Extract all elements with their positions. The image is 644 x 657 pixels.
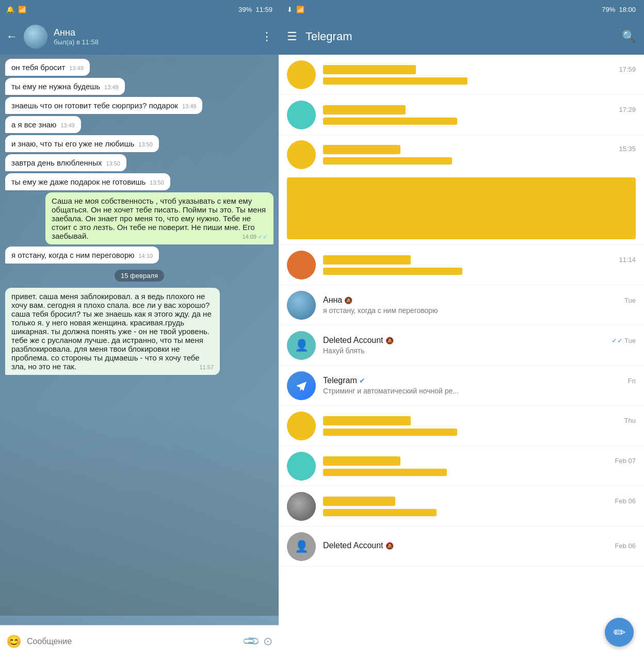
anna-avatar (287, 291, 316, 320)
message-10: привет. саша меня заблокировал. а я ведь… (5, 288, 220, 375)
read-receipts: ✓✓ (611, 337, 623, 344)
telegram-name: Telegram ✔ (323, 376, 365, 385)
anna-top: Анна 🔕 Tue (323, 295, 636, 305)
message-4: а я все знаю13:49 (5, 116, 81, 133)
list-item[interactable]: 17:29 (279, 95, 644, 135)
left-panel: 🔔 📶 39% 11:59 ← Анна был(а) в 11:58 ⋮ он… (0, 0, 279, 657)
blurred-avatar (287, 101, 316, 129)
chat-item-telegram[interactable]: Telegram ✔ Fri Стриминг и автоматический… (279, 366, 644, 406)
search-button[interactable]: 🔍 (622, 30, 636, 43)
anna-preview: я отстану, когда с ним переговорю (323, 306, 636, 315)
mute-icon: 🔕 (385, 337, 394, 344)
message-9: я отстану, когда с ним переговорю14:10 (5, 247, 159, 264)
app-title: Telegram (305, 30, 614, 43)
deleted-top: Deleted Account 🔕 ✓✓ Tue (323, 336, 636, 345)
msg-time-7: 13:50 (150, 179, 164, 186)
deleted-time: ✓✓ Tue (611, 337, 636, 344)
deleted-bottom-content: Deleted Account 🔕 Feb 06 (323, 541, 636, 552)
msg-time-9: 14:10 (138, 253, 153, 259)
deleted-bottom-avatar: 👤 (287, 532, 316, 561)
deleted-bottom-name: Deleted Account 🔕 (323, 541, 394, 550)
header-menu-button[interactable]: ⋮ (261, 30, 272, 43)
chat-item-deleted-bottom[interactable]: 👤 Deleted Account 🔕 Feb 06 (279, 527, 644, 567)
chat-messages: он тебя бросит13:49 ты ему не нужна буде… (0, 55, 279, 625)
back-button[interactable]: ← (6, 30, 18, 43)
msg-time-5: 13:50 (138, 141, 153, 147)
right-panel: ⬇ 📶 79% 18:00 ☰ Telegram 🔍 17:59 (279, 0, 644, 657)
compose-icon: ✏ (614, 624, 625, 641)
telegram-time: Fri (628, 377, 636, 385)
list-item[interactable]: Feb 06 (279, 486, 644, 527)
chat-time: Feb 06 (615, 497, 636, 505)
msg-time-10: 11:57 (199, 364, 214, 370)
anna-content: Анна 🔕 Tue я отстану, когда с ним перего… (323, 295, 636, 315)
chat-time: 11:14 (619, 256, 636, 264)
right-battery-time: 79% 18:00 (602, 6, 636, 13)
msg-time-8: 14:09 ✓✓ (242, 234, 267, 240)
message-8: Саша не моя собственность , чтоб указыва… (45, 192, 273, 244)
deleted-bottom-time: Feb 06 (615, 542, 636, 550)
deleted-name: Deleted Account 🔕 (323, 336, 394, 345)
message-5: и знаю, что ты его уже не любишь13:50 (5, 135, 159, 152)
list-item[interactable]: Thu (279, 406, 644, 446)
telegram-top: Telegram ✔ Fri (323, 376, 636, 385)
left-battery-time: 39% 11:59 (238, 6, 272, 13)
deleted-bottom-top: Deleted Account 🔕 Feb 06 (323, 541, 636, 550)
list-item[interactable]: Feb 07 (279, 446, 644, 486)
chat-input-bar: 😊 📎 ⊙ (0, 625, 279, 657)
emoji-button[interactable]: 😊 (6, 634, 22, 649)
list-item[interactable]: 17:59 (279, 55, 644, 95)
message-input[interactable] (27, 631, 239, 652)
chat-name: Анна (54, 27, 255, 38)
camera-button[interactable]: ⊙ (263, 635, 272, 648)
chat-avatar (24, 25, 47, 48)
telegram-content: Telegram ✔ Fri Стриминг и автоматический… (323, 376, 636, 395)
message-2: ты ему не нужна будешь13:49 (5, 78, 125, 95)
message-3: знаешь что он готовит тебе сюрприз? пода… (5, 97, 202, 114)
right-status-icons: ⬇ 📶 (287, 6, 304, 13)
deleted-avatar: 👤 (287, 331, 316, 360)
mute-icon: 🔕 (344, 297, 352, 304)
header-info: Анна был(а) в 11:58 (54, 27, 255, 46)
chat-time: 15:35 (619, 145, 636, 154)
chat-time: 17:59 (619, 65, 636, 73)
msg-time-6: 13:50 (106, 160, 120, 167)
blurred-avatar (287, 412, 316, 440)
hamburger-menu-button[interactable]: ☰ (287, 30, 297, 43)
compose-button[interactable]: ✏ (605, 618, 634, 647)
telegram-preview: Стриминг и автоматический ночной ре... (323, 387, 636, 395)
left-header: ← Анна был(а) в 11:58 ⋮ (0, 19, 279, 55)
list-item[interactable]: 15:35 (279, 135, 644, 245)
blurred-avatar (287, 251, 316, 280)
blurred-avatar (287, 60, 316, 89)
message-1: он тебя бросит13:49 (5, 59, 90, 76)
msg-time-1: 13:49 (69, 65, 84, 71)
msg-time-4: 13:49 (60, 122, 75, 128)
chat-status: был(а) в 11:58 (54, 38, 255, 46)
attach-button[interactable]: 📎 (242, 632, 261, 651)
anna-name: Анна 🔕 (323, 295, 352, 305)
telegram-avatar (287, 371, 316, 400)
message-7: ты ему же даже подарок не готовишь13:50 (5, 173, 170, 190)
deleted-preview: Нахуй блять (323, 347, 636, 355)
msg-time-2: 13:49 (104, 84, 119, 90)
chat-list: 17:59 17:29 (279, 55, 644, 657)
right-status-bar: ⬇ 📶 79% 18:00 (279, 0, 644, 19)
message-6: завтра день влюбленных13:50 (5, 154, 126, 171)
chat-item-deleted[interactable]: 👤 Deleted Account 🔕 ✓✓ Tue Нахуй блять (279, 325, 644, 366)
msg-time-3: 13:49 (182, 103, 197, 109)
chat-list-wrapper: 17:59 17:29 (279, 55, 644, 657)
left-status-icons: 🔔 📶 (6, 6, 26, 13)
chat-time: 17:29 (619, 106, 636, 113)
right-header: ☰ Telegram 🔍 (279, 19, 644, 55)
deleted-content: Deleted Account 🔕 ✓✓ Tue Нахуй блять (323, 336, 636, 355)
list-item[interactable]: 11:14 (279, 245, 644, 285)
chat-item-anna[interactable]: Анна 🔕 Tue я отстану, когда с ним перего… (279, 285, 644, 325)
mute-icon-bottom: 🔕 (385, 542, 394, 550)
anna-time: Tue (624, 297, 636, 304)
blurred-avatar (287, 452, 316, 481)
chat-time: Feb 07 (615, 457, 636, 465)
chat-time: Thu (624, 417, 636, 424)
verified-icon: ✔ (359, 376, 365, 385)
left-status-bar: 🔔 📶 39% 11:59 (0, 0, 279, 19)
